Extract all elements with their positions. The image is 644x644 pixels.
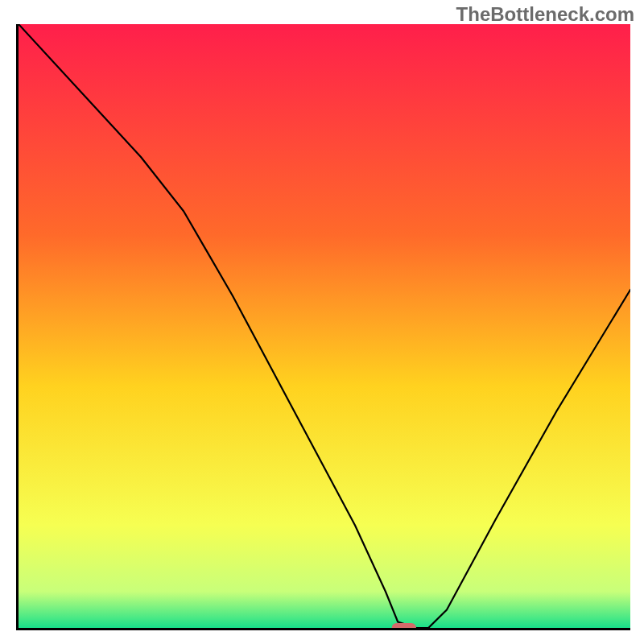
- heat-gradient: [19, 24, 630, 628]
- plot-area: [16, 24, 630, 630]
- watermark-label: TheBottleneck.com: [456, 3, 634, 26]
- chart-container: TheBottleneck.com: [0, 0, 644, 644]
- optimal-marker: [392, 623, 416, 628]
- chart-svg: [19, 24, 630, 628]
